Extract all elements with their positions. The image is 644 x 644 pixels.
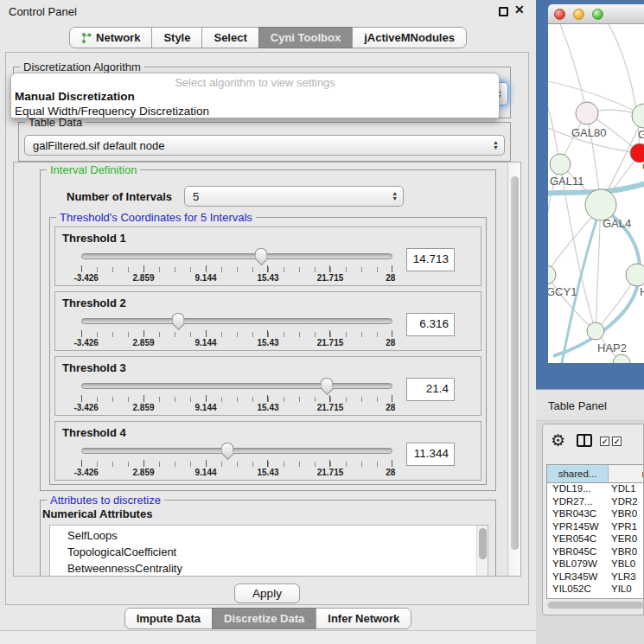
attribute-item[interactable]: SelfLoops	[50, 527, 488, 544]
checkbox-icon[interactable]: ✓	[612, 437, 622, 446]
gear-icon[interactable]: ⚙	[551, 430, 565, 450]
threshold-slider[interactable]: -3.4262.8599.14415.4321.71528	[81, 247, 392, 284]
node-label: HAP2	[597, 341, 627, 354]
table-cell: YBR045C	[547, 546, 609, 559]
tick-label: 21.715	[317, 338, 344, 348]
tab-label: Cyni Toolbox	[271, 31, 341, 44]
slider-thumb[interactable]	[321, 378, 334, 388]
table-header-row: shared... n	[547, 465, 644, 483]
network-window-titlebar[interactable]	[548, 4, 644, 24]
close-icon[interactable]: ✕	[514, 3, 525, 16]
numerical-attributes-label: Numerical Attributes	[42, 507, 152, 520]
node-table: shared... n YDL19...YDL1YDR27...YDR2YBR0…	[546, 464, 644, 599]
tick-label: 2.859	[132, 273, 154, 283]
threshold-value-field[interactable]: 6.316	[406, 313, 455, 336]
split-columns-icon[interactable]	[577, 434, 592, 447]
slider-track[interactable]	[81, 383, 392, 389]
slider-thumb[interactable]	[221, 443, 234, 453]
slider-thumb[interactable]	[254, 248, 267, 258]
dropdown-item-manual-discretization[interactable]: Manual Discretization	[11, 89, 499, 104]
threshold-value-field[interactable]: 14.713	[406, 248, 455, 271]
table-row[interactable]: YDL19...YDL1	[547, 483, 644, 496]
table-row[interactable]: YIL052CYIL0	[547, 583, 644, 596]
tab-cyni-toolbox[interactable]: Cyni Toolbox	[258, 27, 353, 48]
tab-jactivemnodules[interactable]: jActiveMNodules	[352, 27, 467, 48]
threshold-label: Threshold 4	[62, 426, 474, 439]
column-header[interactable]: n	[609, 465, 644, 482]
threshold-slider[interactable]: -3.4262.8599.14415.4321.71528	[81, 442, 392, 478]
table-row[interactable]: YER054CYER0	[547, 533, 644, 546]
top-tabbar: Network Style Select Cyni Toolbox jActiv…	[0, 27, 536, 48]
number-of-intervals-combobox[interactable]: 5 ▲▼	[184, 186, 404, 207]
network-node[interactable]	[550, 154, 571, 175]
dropdown-item-equal-width-frequency[interactable]: Equal Width/Frequency Discretization	[11, 104, 499, 118]
network-node[interactable]	[576, 102, 598, 124]
table-row[interactable]: YBR045CYBR0	[547, 546, 644, 559]
table-row[interactable]: YPR145WYPR1	[547, 521, 644, 534]
checkbox-icon[interactable]: ✓	[600, 437, 609, 446]
tab-select[interactable]: Select	[201, 27, 258, 48]
combo-stepper-icon[interactable]: ▲▼	[493, 140, 499, 150]
tick-label: 15.43	[257, 338, 278, 348]
tab-impute-data[interactable]: Impute Data	[124, 608, 213, 629]
column-header[interactable]: shared...	[547, 465, 609, 482]
window-close-icon[interactable]	[554, 9, 565, 20]
threshold-value-field[interactable]: 11.344	[406, 443, 455, 466]
table-cell: YBR043C	[547, 508, 609, 521]
table-cell: YLR345W	[547, 571, 609, 584]
network-node[interactable]	[632, 104, 644, 128]
list-scrollbar[interactable]	[476, 526, 488, 577]
tab-style[interactable]: Style	[151, 27, 202, 48]
network-node[interactable]	[585, 189, 616, 220]
tick-label: 9.144	[194, 338, 216, 348]
group-title: Attributes to discretize	[47, 494, 164, 507]
float-window-icon[interactable]	[499, 7, 508, 16]
network-node[interactable]	[587, 322, 604, 340]
table-cell: YBL0	[609, 558, 644, 571]
network-node[interactable]	[626, 264, 644, 286]
tab-label: Impute Data	[137, 612, 201, 625]
horizontal-scrollbar[interactable]	[546, 601, 644, 609]
threshold-slider[interactable]: -3.4262.8599.14415.4321.71528	[81, 312, 392, 348]
table-cell: YER054C	[547, 533, 609, 546]
apply-button[interactable]: Apply	[234, 583, 300, 603]
algorithm-dropdown-popup: Select algorithm to view settings Manual…	[10, 73, 500, 118]
table-data-combobox[interactable]: galFiltered.sif default node ▲▼	[24, 135, 505, 156]
table-row[interactable]: YBR043CYBR0	[547, 508, 644, 521]
attribute-item[interactable]: BetweennessCentrality	[50, 560, 488, 577]
table-cell: YPR145W	[547, 521, 609, 534]
slider-track[interactable]	[81, 448, 392, 454]
window-zoom-icon[interactable]	[592, 9, 603, 20]
tab-label: Discretize Data	[224, 612, 304, 625]
tick-label: 28	[386, 273, 395, 283]
tab-network[interactable]: Network	[69, 27, 152, 48]
tab-discretize-data[interactable]: Discretize Data	[212, 608, 316, 629]
network-window: GAL80GACGAL11GAL4GCY1HHAP2	[536, 0, 644, 389]
node-label: GCY1	[548, 285, 577, 298]
slider-track[interactable]	[81, 318, 392, 324]
threshold-slider[interactable]: -3.4262.8599.14415.4321.71528	[81, 377, 392, 413]
table-row[interactable]: YDR27...YDR2	[547, 496, 644, 509]
slider-track[interactable]	[81, 253, 392, 259]
attributes-list[interactable]: SelfLoopsTopologicalCoefficientBetweenne…	[49, 525, 488, 577]
table-row[interactable]: YBL079WYBL0	[547, 558, 644, 571]
table-cell: YDL1	[609, 483, 644, 496]
node-label: GAL4	[603, 217, 631, 230]
combo-stepper-icon[interactable]: ▲▼	[392, 191, 398, 201]
vertical-scrollbar[interactable]	[507, 163, 520, 576]
tab-infer-network[interactable]: Infer Network	[316, 608, 411, 629]
window-minimize-icon[interactable]	[573, 9, 584, 20]
network-node[interactable]	[548, 265, 556, 284]
tick-label: -3.426	[73, 403, 98, 412]
panel-title: Control Panel	[9, 5, 77, 18]
table-row[interactable]: YLR345WYLR3	[547, 571, 644, 584]
threshold-value-field[interactable]: 21.4	[406, 378, 455, 401]
network-canvas[interactable]: GAL80GACGAL11GAL4GCY1HHAP2	[548, 24, 644, 363]
combobox-value: galFiltered.sif default node	[33, 139, 164, 152]
tick-label: 21.715	[317, 273, 344, 283]
cyni-content-panel: Discretization Algorithm Interval Defini…	[5, 52, 529, 605]
group-title: Interval Definition	[47, 163, 140, 176]
interval-definition-group: Interval Definition Number of Intervals …	[40, 169, 496, 491]
slider-thumb[interactable]	[171, 313, 184, 323]
attribute-item[interactable]: TopologicalCoefficient	[50, 544, 488, 560]
